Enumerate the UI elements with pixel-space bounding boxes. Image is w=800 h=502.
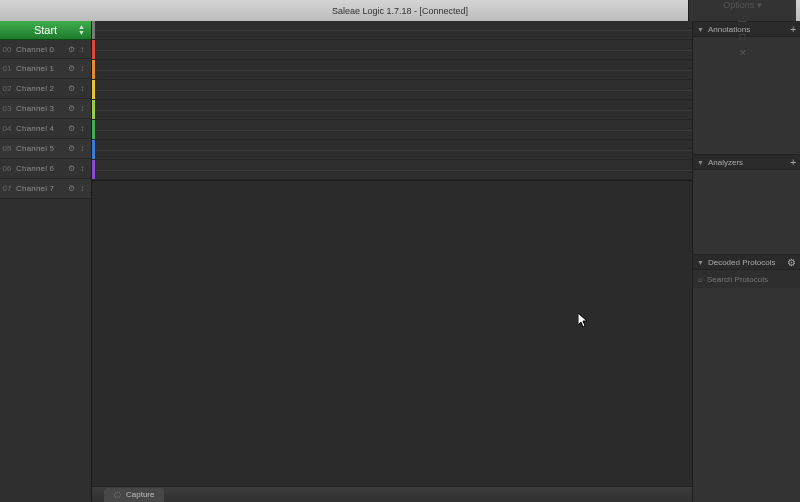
analyzers-panel-header[interactable]: ▼ Analyzers +	[693, 154, 800, 170]
protocol-search-input[interactable]	[707, 275, 800, 284]
capture-tab-icon: ◌	[114, 490, 121, 499]
footer-bar: ◌ Capture	[92, 486, 692, 502]
channel-index: 07	[0, 184, 14, 193]
channel-name: Channel 4	[14, 124, 65, 133]
channel-row[interactable]: 02Channel 2⚙↕	[0, 79, 91, 99]
channel-gear-icon[interactable]: ⚙	[65, 104, 77, 113]
waveform-track[interactable]	[92, 100, 692, 120]
decoded-title: Decoded Protocols	[708, 258, 787, 267]
channel-index: 03	[0, 104, 14, 113]
channel-index: 02	[0, 84, 14, 93]
channel-sidebar: Start ▲▼ 00Channel 0⚙↕01Channel 1⚙↕02Cha…	[0, 21, 92, 502]
window-title: Saleae Logic 1.7.18 - [Connected]	[332, 6, 468, 16]
add-annotation-button[interactable]: +	[790, 24, 796, 35]
collapse-icon: ▼	[697, 26, 704, 33]
channel-gear-icon[interactable]: ⚙	[65, 164, 77, 173]
trace-area[interactable]	[95, 60, 692, 79]
capture-tab[interactable]: ◌ Capture	[104, 488, 164, 502]
channel-row[interactable]: 05Channel 5⚙↕	[0, 139, 91, 159]
channel-index: 04	[0, 124, 14, 133]
channel-row[interactable]: 06Channel 6⚙↕	[0, 159, 91, 179]
channel-index: 00	[0, 45, 14, 54]
channel-row[interactable]: 04Channel 4⚙↕	[0, 119, 91, 139]
channel-row[interactable]: 07Channel 7⚙↕	[0, 179, 91, 199]
channel-name: Channel 0	[14, 45, 65, 54]
channel-index: 06	[0, 164, 14, 173]
close-button[interactable]: ✕	[737, 48, 749, 58]
trace-area[interactable]	[95, 80, 692, 99]
channel-trigger-icon[interactable]: ↕	[77, 84, 91, 93]
channel-trigger-icon[interactable]: ↕	[77, 64, 91, 73]
start-button[interactable]: Start ▲▼	[0, 21, 91, 40]
channel-name: Channel 7	[14, 184, 65, 193]
collapse-icon: ▼	[697, 159, 704, 166]
add-analyzer-button[interactable]: +	[790, 157, 796, 168]
channel-row[interactable]: 01Channel 1⚙↕	[0, 59, 91, 79]
waveform-track[interactable]	[92, 21, 692, 40]
waveform-track[interactable]	[92, 120, 692, 140]
channel-index: 01	[0, 64, 14, 73]
decoded-panel-header[interactable]: ▼ Decoded Protocols ⚙	[693, 254, 800, 270]
waveform-track[interactable]	[92, 140, 692, 160]
channel-index: 05	[0, 144, 14, 153]
collapse-icon: ▼	[697, 259, 704, 266]
maximize-button[interactable]: □	[737, 32, 749, 42]
trace-area[interactable]	[95, 21, 692, 39]
channel-trigger-icon[interactable]: ↕	[77, 124, 91, 133]
channel-trigger-icon[interactable]: ↕	[77, 104, 91, 113]
trace-area[interactable]	[95, 140, 692, 159]
channel-trigger-icon[interactable]: ↕	[77, 144, 91, 153]
waveform-track[interactable]	[92, 80, 692, 100]
right-sidebar: ▼ Annotations + ▼ Analyzers + ▼ Decoded …	[692, 21, 800, 502]
capture-tab-label: Capture	[126, 490, 154, 499]
trace-area[interactable]	[95, 120, 692, 139]
channel-name: Channel 1	[14, 64, 65, 73]
channel-gear-icon[interactable]: ⚙	[65, 84, 77, 93]
channel-trigger-icon[interactable]: ↕	[77, 164, 91, 173]
analyzers-panel	[693, 170, 800, 254]
waveform-canvas[interactable]: ◀ ▶ ◌ Capture	[92, 21, 692, 502]
start-spinner-icon[interactable]: ▲▼	[78, 24, 85, 36]
channel-trigger-icon[interactable]: ↕	[77, 184, 91, 193]
channel-gear-icon[interactable]: ⚙	[65, 144, 77, 153]
waveform-track[interactable]	[92, 40, 692, 60]
trace-area[interactable]	[95, 160, 692, 179]
channel-row[interactable]: 00Channel 0⚙↕	[0, 40, 91, 59]
analyzers-title: Analyzers	[708, 158, 790, 167]
decoded-panel	[693, 288, 800, 502]
channel-name: Channel 6	[14, 164, 65, 173]
channel-gear-icon[interactable]: ⚙	[65, 45, 77, 54]
titlebar: Saleae Logic 1.7.18 - [Connected] Option…	[0, 0, 800, 21]
minimize-button[interactable]: —	[737, 16, 749, 26]
channel-name: Channel 3	[14, 104, 65, 113]
channel-gear-icon[interactable]: ⚙	[65, 124, 77, 133]
options-menu[interactable]: Options ▾	[723, 0, 762, 10]
trace-area[interactable]	[95, 40, 692, 59]
channel-name: Channel 2	[14, 84, 65, 93]
channel-row[interactable]: 03Channel 3⚙↕	[0, 99, 91, 119]
trace-area[interactable]	[95, 100, 692, 119]
decoded-settings-button[interactable]: ⚙	[787, 257, 796, 268]
waveform-track[interactable]	[92, 160, 692, 180]
protocol-search: ⌕	[693, 270, 800, 288]
channel-trigger-icon[interactable]: ↕	[77, 45, 91, 54]
waveform-track[interactable]	[92, 60, 692, 80]
channel-gear-icon[interactable]: ⚙	[65, 64, 77, 73]
channel-name: Channel 5	[14, 144, 65, 153]
annotations-title: Annotations	[708, 25, 790, 34]
search-icon: ⌕	[698, 275, 703, 284]
channel-gear-icon[interactable]: ⚙	[65, 184, 77, 193]
